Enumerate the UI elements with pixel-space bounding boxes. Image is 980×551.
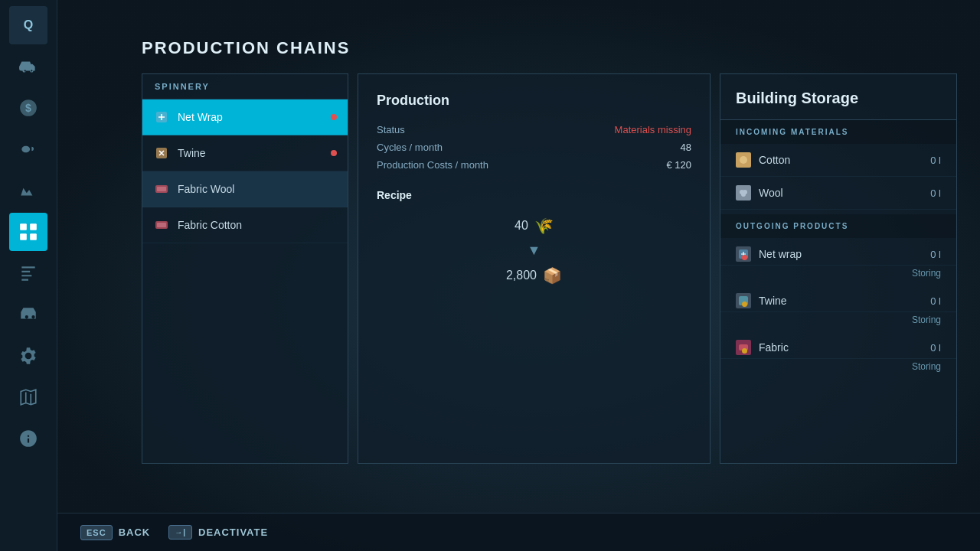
recipe-title: Recipe: [377, 189, 691, 201]
chain-icon-twine: [153, 145, 170, 161]
cotton-storage-icon: [736, 152, 751, 168]
wool-storage-icon: [736, 185, 751, 201]
back-key-badge: ESC: [80, 525, 113, 540]
back-label: BACK: [119, 527, 151, 538]
netwrap-storage-amount: 0 l: [930, 249, 941, 260]
stat-value-status: Materials missing: [615, 124, 691, 135]
storage-outgoing-fabric: Fabric 0 l: [720, 331, 956, 359]
twine-storing-label: Storing: [720, 312, 956, 331]
recipe-output-amount: 2,800: [506, 269, 537, 282]
storage-panel: Building Storage INCOMING MATERIALS Cott…: [720, 73, 957, 464]
netwrap-storing-label: Storing: [720, 266, 956, 285]
stat-value-costs: € 120: [666, 159, 691, 171]
svg-point-15: [741, 192, 746, 197]
production-stats: Status Materials missing Cycles / month …: [377, 124, 691, 171]
sidebar-icon-help[interactable]: [9, 419, 47, 458]
main-content: PRODUCTION CHAINS SPINNERY Net Wrap: [57, 0, 980, 551]
storage-outgoing-netwrap: Net wrap 0 l: [720, 238, 956, 266]
stat-row-status: Status Materials missing: [377, 124, 691, 135]
netwrap-status-dot: [742, 255, 747, 260]
chains-panel: SPINNERY Net Wrap Tw: [142, 73, 348, 464]
back-button[interactable]: ESC BACK: [80, 525, 150, 540]
chains-section-header: SPINNERY: [142, 74, 348, 99]
page-title: PRODUCTION CHAINS: [142, 38, 957, 58]
chain-item-fabric-wool[interactable]: Fabric Wool: [142, 171, 348, 207]
sidebar-icon-missions[interactable]: [9, 254, 47, 292]
outgoing-products-header: OUTGOING PRODUCTS: [720, 214, 956, 238]
deactivate-button[interactable]: →| DEACTIVATE: [168, 525, 268, 540]
production-panel: Production Status Materials missing Cycl…: [358, 73, 710, 464]
svg-text:$: $: [25, 102, 31, 114]
chain-item-fabric-cotton[interactable]: Fabric Cotton: [142, 207, 348, 243]
deactivate-key-badge: →|: [168, 525, 192, 540]
chain-item-twine[interactable]: Twine: [142, 135, 348, 171]
chain-icon-fabric-cotton: [153, 217, 170, 233]
stat-label-costs: Production Costs / month: [377, 159, 488, 171]
chain-icon-fabric-wool: [153, 181, 170, 197]
stat-row-costs: Production Costs / month € 120: [377, 159, 691, 171]
chain-dot-twine: [331, 150, 337, 156]
svg-rect-2: [20, 223, 27, 230]
twine-storage-name: Twine: [759, 295, 923, 307]
chain-name-fabric-cotton: Fabric Cotton: [178, 219, 337, 231]
twine-status-dot: [742, 302, 747, 307]
twine-storage-amount: 0 l: [930, 295, 941, 307]
wool-storage-amount: 0 l: [930, 187, 941, 199]
recipe-arrow: ▼: [528, 243, 541, 259]
sidebar-icon-q[interactable]: Q: [9, 6, 47, 44]
storage-outgoing-twine: Twine 0 l: [720, 285, 956, 312]
content-row: SPINNERY Net Wrap Tw: [142, 73, 957, 464]
recipe-input-amount: 40: [514, 219, 528, 233]
cotton-storage-amount: 0 l: [930, 155, 941, 166]
stat-label-status: Status: [377, 124, 405, 135]
chain-name-net-wrap: Net Wrap: [178, 111, 323, 123]
wrap-icon: 📦: [543, 266, 562, 285]
chain-name-twine: Twine: [178, 147, 323, 159]
storage-outgoing-fabric-container: Fabric 0 l Storing: [720, 331, 956, 378]
recipe-section: Recipe 40 🌾 ▼ 2,800 📦: [377, 189, 691, 285]
svg-rect-11: [157, 223, 166, 227]
storage-outgoing-netwrap-container: Net wrap 0 l Storing: [720, 238, 956, 285]
cotton-icon: 🌾: [534, 217, 554, 235]
recipe-output: 2,800 📦: [506, 266, 562, 285]
svg-rect-4: [20, 233, 27, 240]
bottom-bar: ESC BACK →| DEACTIVATE: [57, 513, 980, 551]
chain-icon-net-wrap: [153, 109, 170, 126]
netwrap-storage-name: Net wrap: [759, 248, 923, 260]
chain-dot-net-wrap: [331, 114, 337, 120]
sidebar-icon-production[interactable]: [9, 213, 47, 251]
sidebar: Q $: [0, 0, 57, 551]
recipe-input: 40 🌾: [514, 217, 554, 235]
wool-storage-name: Wool: [759, 187, 923, 199]
storage-outgoing-twine-container: Twine 0 l Storing: [720, 285, 956, 331]
storage-incoming-cotton: Cotton 0 l: [720, 144, 956, 177]
svg-rect-9: [157, 187, 166, 191]
stat-label-cycles: Cycles / month: [377, 142, 443, 153]
fabric-status-dot: [742, 348, 747, 354]
cotton-storage-name: Cotton: [759, 154, 923, 166]
sidebar-icon-settings[interactable]: [9, 337, 47, 375]
sidebar-icon-fields[interactable]: [9, 171, 47, 210]
sidebar-icon-animals[interactable]: [9, 130, 47, 168]
incoming-materials-header: INCOMING MATERIALS: [720, 120, 956, 144]
storage-incoming-wool: Wool 0 l: [720, 177, 956, 210]
svg-point-12: [740, 156, 747, 164]
stat-value-cycles: 48: [681, 142, 691, 153]
deactivate-label: DEACTIVATE: [198, 527, 268, 538]
sidebar-icon-economy[interactable]: $: [9, 89, 47, 127]
storage-title: Building Storage: [720, 74, 956, 120]
chain-name-fabric-wool: Fabric Wool: [178, 183, 337, 195]
svg-rect-3: [30, 223, 37, 230]
sidebar-icon-vehicles[interactable]: [9, 295, 47, 334]
stat-row-cycles: Cycles / month 48: [377, 142, 691, 153]
chain-item-net-wrap[interactable]: Net Wrap: [142, 99, 348, 135]
fabric-storage-amount: 0 l: [930, 342, 941, 354]
production-panel-title: Production: [377, 93, 691, 109]
sidebar-icon-map[interactable]: [9, 378, 47, 416]
recipe-visual: 40 🌾 ▼ 2,800 📦: [377, 217, 691, 285]
fabric-storing-label: Storing: [720, 359, 956, 378]
fabric-storage-name: Fabric: [759, 341, 923, 354]
sidebar-icon-tractor[interactable]: [9, 47, 47, 86]
svg-rect-5: [30, 233, 37, 240]
